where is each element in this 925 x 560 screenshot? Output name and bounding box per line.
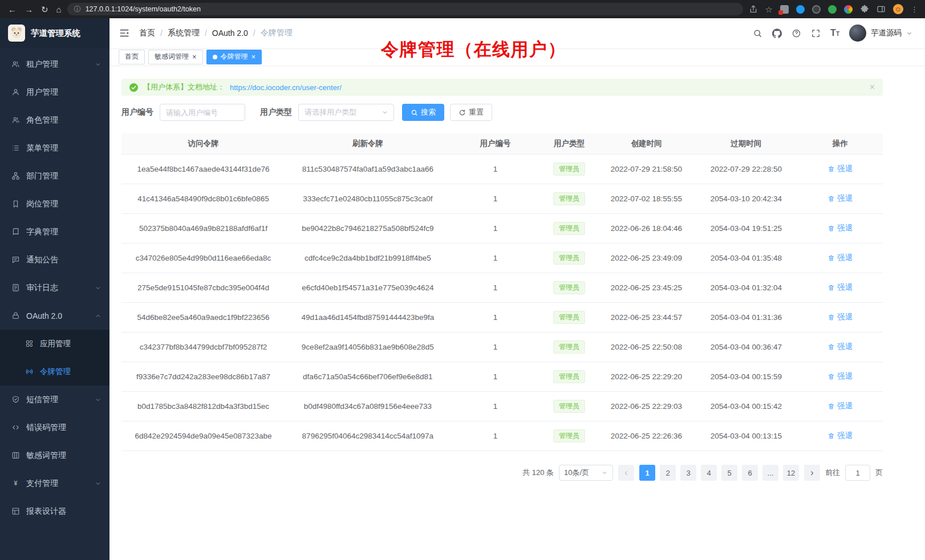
breadcrumb-item[interactable]: 系统管理 — [168, 28, 200, 38]
sidebar-item[interactable]: 岗位管理 — [0, 190, 109, 218]
sidebar-item[interactable]: 菜单管理 — [0, 134, 109, 162]
total-count: 共 120 条 — [522, 468, 554, 478]
sidebar-item[interactable]: OAuth 2.0 — [0, 302, 109, 330]
sidebar-item-label: 岗位管理 — [26, 199, 102, 209]
breadcrumb-item: 令牌管理 — [261, 28, 293, 38]
page-button[interactable]: 5 — [721, 465, 737, 481]
goto-page-input[interactable] — [845, 465, 870, 481]
sidebar-item[interactable]: ¥支付管理 — [0, 469, 109, 497]
user-id-cell: 1 — [451, 184, 541, 214]
browser-home-button[interactable]: ⌂ — [56, 5, 62, 14]
sidebar-item[interactable]: 用户管理 — [0, 78, 109, 106]
force-logout-button[interactable]: 强退 — [827, 342, 853, 352]
extensions-puzzle-icon[interactable] — [860, 5, 869, 14]
close-icon[interactable]: × — [870, 83, 875, 92]
page-button[interactable]: 2 — [660, 465, 676, 481]
site-info-icon[interactable]: ⓘ — [74, 5, 81, 14]
force-logout-button[interactable]: 强退 — [827, 193, 853, 204]
sidebar-item[interactable]: 报表设计器 — [0, 497, 109, 525]
breadcrumb-item[interactable]: 首页 — [139, 28, 155, 38]
sidebar-item[interactable]: 字典管理 — [0, 218, 109, 246]
user-id-input[interactable] — [160, 104, 245, 121]
page-button[interactable]: 3 — [680, 465, 696, 481]
browser-reload-button[interactable]: ↻ — [41, 5, 48, 14]
page-size-select[interactable]: 10条/页 — [559, 465, 613, 481]
side-panel-icon[interactable] — [877, 5, 886, 14]
sidebar-item[interactable]: 租户管理 — [0, 50, 109, 78]
search-button[interactable]: 搜索 — [402, 104, 444, 121]
errorcode-icon — [11, 423, 20, 432]
font-size-icon[interactable]: TT — [830, 29, 839, 38]
sidebar-item[interactable]: 敏感词管理 — [0, 441, 109, 469]
extension-icon-3[interactable] — [812, 5, 821, 14]
force-logout-button[interactable]: 强退 — [827, 371, 853, 382]
user-type-cell: 管理员 — [540, 184, 598, 214]
breadcrumb-item[interactable]: OAuth 2.0 — [212, 29, 248, 38]
sidebar-subitem[interactable]: 令牌管理 — [0, 358, 109, 385]
page-button[interactable]: 1 — [639, 465, 655, 481]
extension-icon-5[interactable] — [844, 5, 853, 14]
address-bar[interactable]: ⓘ 127.0.0.1:1024/system/oauth2/token — [67, 3, 743, 15]
tab[interactable]: 令牌管理× — [206, 50, 262, 64]
app-logo[interactable]: 芋道管理系统 — [0, 18, 109, 48]
force-logout-button[interactable]: 强退 — [827, 223, 853, 233]
user-type-select[interactable]: 请选择用户类型 — [298, 104, 394, 121]
close-icon[interactable]: × — [251, 53, 256, 60]
url-text: 127.0.0.1:1024/system/oauth2/token — [86, 5, 201, 13]
refresh-token-cell: 49d1aa46d1454fbd87591444423be9fa — [285, 303, 451, 332]
page-button[interactable]: 4 — [701, 465, 717, 481]
tab[interactable]: 敏感词管理× — [148, 50, 203, 64]
create-time-cell: 2022-06-25 23:45:25 — [598, 273, 695, 303]
refresh-token-cell: e6cfd40eb1f54571a31e775e039c4624 — [285, 273, 451, 303]
prev-page-button[interactable]: ‹ — [618, 465, 634, 481]
share-icon[interactable] — [749, 5, 758, 14]
browser-profile-avatar[interactable]: ☺ — [893, 4, 903, 14]
force-logout-button[interactable]: 强退 — [827, 253, 853, 263]
breadcrumb-separator: / — [205, 29, 207, 38]
sidebar-item[interactable]: 角色管理 — [0, 106, 109, 134]
sidebar-item[interactable]: 通知公告 — [0, 246, 109, 274]
extension-icon-1[interactable] — [780, 5, 789, 14]
expire-time-cell: 2054-03-04 00:36:47 — [695, 332, 797, 362]
force-logout-button[interactable]: 强退 — [827, 312, 853, 322]
sidebar-item[interactable]: 审计日志 — [0, 274, 109, 302]
help-icon[interactable] — [792, 29, 801, 38]
close-icon[interactable]: × — [192, 53, 197, 60]
sidebar-menu: 租户管理用户管理角色管理菜单管理部门管理岗位管理字典管理通知公告审计日志OAut… — [0, 48, 109, 560]
github-icon[interactable] — [772, 29, 782, 38]
page-more-button[interactable]: ... — [762, 465, 778, 481]
force-logout-button[interactable]: 强退 — [827, 401, 853, 411]
sidebar-item-label: OAuth 2.0 — [26, 311, 95, 320]
chevron-down-icon — [95, 396, 102, 403]
sidebar-collapse-icon[interactable] — [119, 27, 130, 39]
user-menu[interactable]: 芋道源码 — [849, 25, 912, 42]
oauth-icon — [11, 311, 20, 320]
tab[interactable]: 首页 — [119, 50, 145, 64]
reset-button[interactable]: 重置 — [450, 104, 492, 121]
app-title: 芋道管理系统 — [31, 28, 80, 39]
fullscreen-icon[interactable] — [811, 29, 821, 38]
doc-link[interactable]: https://doc.iocoder.cn/user-center/ — [230, 83, 342, 92]
page-button[interactable]: 6 — [742, 465, 758, 481]
page-button[interactable]: 12 — [783, 465, 799, 481]
browser-menu-icon[interactable]: ⋮ — [911, 5, 918, 14]
extension-icon-2[interactable] — [796, 5, 805, 14]
next-page-button[interactable]: › — [804, 465, 820, 481]
app-shell: 芋道管理系统 租户管理用户管理角色管理菜单管理部门管理岗位管理字典管理通知公告审… — [0, 18, 925, 560]
force-logout-button[interactable]: 强退 — [827, 431, 853, 441]
sidebar-item[interactable]: 错误码管理 — [0, 413, 109, 441]
table-header-row: 访问令牌刷新令牌用户编号用户类型创建时间过期时间操作 — [121, 133, 883, 155]
create-time-cell: 2022-06-25 23:44:57 — [598, 303, 695, 332]
sidebar-subitem[interactable]: 应用管理 — [0, 330, 109, 358]
force-logout-button[interactable]: 强退 — [827, 164, 853, 174]
bookmark-star-icon[interactable]: ☆ — [765, 5, 773, 14]
sidebar-item-label: 部门管理 — [26, 171, 102, 181]
sidebar-item[interactable]: 短信管理 — [0, 385, 109, 413]
extension-icon-4[interactable] — [828, 5, 837, 14]
browser-back-button[interactable]: ← — [8, 5, 17, 14]
force-logout-button[interactable]: 强退 — [827, 282, 853, 293]
sidebar-item[interactable]: 部门管理 — [0, 162, 109, 190]
action-cell: 强退 — [797, 155, 883, 184]
browser-forward-button[interactable]: → — [25, 5, 33, 14]
search-icon[interactable] — [753, 29, 762, 38]
